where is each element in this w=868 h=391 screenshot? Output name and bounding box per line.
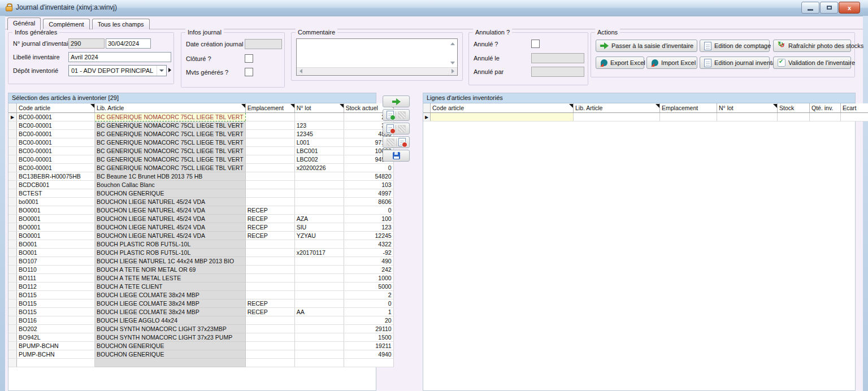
cell-empl[interactable] xyxy=(245,138,294,147)
cell-lot[interactable]: SIU xyxy=(294,223,344,232)
cell-empl[interactable] xyxy=(245,130,294,138)
scroll-right-icon[interactable] xyxy=(452,69,454,73)
cell-empl[interactable]: RECEP xyxy=(245,215,294,223)
cell-lib[interactable]: BOUCH A TETE METAL LESTE xyxy=(95,274,246,283)
table-row[interactable]: BO116BOUCH LIEGE AGGLO 44x2420 xyxy=(8,316,393,325)
cell-code[interactable]: BO0001 xyxy=(17,232,95,240)
cell-code[interactable]: BO115 xyxy=(17,299,95,308)
cell-empl[interactable] xyxy=(245,164,294,172)
cell-lib[interactable]: BOUCH LIEGE COLMATE 38x24 MBP xyxy=(95,299,246,308)
table-row[interactable]: BC00-00001BC GENERIQUE NOMACORC 75CL LIE… xyxy=(8,138,393,147)
comment-textarea[interactable] xyxy=(296,38,458,76)
table-row[interactable]: BO115BOUCH LIEGE COLMATE 38x24 MBPRECEP0 xyxy=(8,299,393,308)
cell-stock[interactable]: -92 xyxy=(344,249,393,257)
cell-code[interactable]: BC00-00001 xyxy=(17,147,95,155)
table-row[interactable]: ▶BC00-00001BC GENERIQUE NOMACORC 75CL LI… xyxy=(8,113,393,121)
mvts-checkbox[interactable] xyxy=(245,68,253,76)
row-selector[interactable]: ▶ xyxy=(8,113,17,121)
row-selector[interactable] xyxy=(8,189,17,198)
cell-lib[interactable]: BOUCHON LIEGE NATUREL 45/24 VDA xyxy=(95,223,246,232)
cell-lot[interactable] xyxy=(294,350,344,359)
table-row[interactable]: BC00-00001BC GENERIQUE NOMACORC 75CL LIE… xyxy=(8,130,393,138)
cell-stock[interactable]: 0 xyxy=(344,206,393,215)
cell-stock[interactable]: 4940 xyxy=(344,350,393,359)
cell-code[interactable]: BC13BEBR-H00075HB xyxy=(17,172,95,181)
cell-lib[interactable]: BOUCH A TETE NOIR METAL OR 69 xyxy=(95,266,246,274)
table-row[interactable]: BC00-00001BC GENERIQUE NOMACORC 75CL LIE… xyxy=(8,164,393,172)
cell-empl[interactable]: RECEP xyxy=(245,223,294,232)
cell-empl[interactable] xyxy=(245,257,294,266)
cell-lib[interactable]: BOUCHON LIEGE NATUREL 45/24 VDA xyxy=(95,198,246,206)
export-excel-button[interactable]: Export Excel xyxy=(596,57,644,69)
cell-stock[interactable]: 5000 xyxy=(344,283,393,291)
cell-lot[interactable] xyxy=(294,257,344,266)
table-row[interactable]: BO111BOUCH A TETE METAL LESTE1000 xyxy=(8,274,393,283)
cloture-checkbox[interactable] xyxy=(245,54,253,63)
cell-empl[interactable] xyxy=(245,291,294,299)
row-selector[interactable] xyxy=(8,316,17,325)
table-row[interactable]: BC00-00001BC GENERIQUE NOMACORC 75CL LIE… xyxy=(8,147,393,155)
table-row[interactable]: BCDCB001Bouchon Callac Blanc103 xyxy=(8,181,393,189)
cell-stock[interactable]: 0 xyxy=(344,299,393,308)
cell-code[interactable]: BO202 xyxy=(17,325,95,333)
table-row[interactable]: BO0001BOUCHON LIEGE NATUREL 45/24 VDAREC… xyxy=(8,223,393,232)
cell-code[interactable]: BC00-00001 xyxy=(17,164,95,172)
cell-lot[interactable] xyxy=(294,206,344,215)
table-row[interactable]: ▶ xyxy=(423,113,868,121)
column-header-lot[interactable]: N° lot xyxy=(717,103,778,113)
cell-code[interactable]: BC00-00001 xyxy=(17,130,95,138)
cell-lib[interactable]: BC GENERIQUE NOMACORC 75CL LIEGE TBL VER… xyxy=(95,147,246,155)
cell-lib[interactable]: BC Beaune 1C Brunet HDB 2013 75 HB xyxy=(95,172,246,181)
cell-lot[interactable]: 12345 xyxy=(294,130,344,138)
cell-lib[interactable]: BOUCH A TETE CLIENT xyxy=(95,283,246,291)
edition-journal-button[interactable]: Edition journal inventaire xyxy=(700,57,770,69)
cell-lib[interactable]: BOUCHON LIEGE NATUREL 45/24 VDA xyxy=(95,206,246,215)
cell-lot[interactable]: AA xyxy=(294,308,344,316)
row-selector[interactable] xyxy=(8,291,17,299)
cell-lot[interactable] xyxy=(294,266,344,274)
cell-code[interactable]: BO0001 xyxy=(17,215,95,223)
cell-code[interactable]: BC00-00001 xyxy=(17,138,95,147)
cell-code[interactable]: BC00-00001 xyxy=(17,155,95,164)
table-row[interactable]: BCTESTBOUCHON GENERIQUE4997 xyxy=(8,189,393,198)
cell-lot[interactable] xyxy=(294,316,344,325)
cell-ecart[interactable] xyxy=(841,113,868,121)
cell-lib[interactable]: BC GENERIQUE NOMACORC 75CL LIEGE TBL VER… xyxy=(95,138,246,147)
row-selector[interactable] xyxy=(8,266,17,274)
cell-qte[interactable] xyxy=(810,113,841,121)
cell-lib[interactable]: BC GENERIQUE NOMACORC 75CL LIEGE TBL VER… xyxy=(95,121,246,130)
cell-empl[interactable] xyxy=(245,249,294,257)
cell-stock[interactable]: 20 xyxy=(344,316,393,325)
cell-empl[interactable]: RECEP xyxy=(245,206,294,215)
copy-checked-lines-button[interactable] xyxy=(383,109,410,121)
table-row[interactable]: BO0001BOUCHON LIEGE NATUREL 45/24 VDAREC… xyxy=(8,232,393,240)
cell-lot[interactable] xyxy=(294,172,344,181)
cell-code[interactable]: BC00-00001 xyxy=(17,121,95,130)
cell-empl[interactable] xyxy=(245,333,294,342)
table-row[interactable]: BO942LBOUCH SYNTH NOMACORC LIGHT 37x23 P… xyxy=(8,333,393,342)
table-row[interactable]: PUMP-BCHNBOUCHON GENERIQUE4940 xyxy=(8,350,393,359)
row-selector[interactable] xyxy=(8,359,17,367)
cell-lot[interactable] xyxy=(294,189,344,198)
row-selector[interactable] xyxy=(8,130,17,138)
tab-tous-les-champs[interactable]: Tous les champs xyxy=(92,19,150,29)
cell-stock[interactable]: 12245 xyxy=(344,232,393,240)
cell-empl[interactable] xyxy=(245,172,294,181)
cell-stock[interactable]: 54820 xyxy=(344,172,393,181)
cell-empl[interactable] xyxy=(245,189,294,198)
row-selector[interactable] xyxy=(8,240,17,249)
cell-lot[interactable]: x20200226 xyxy=(294,164,344,172)
cell-empl[interactable] xyxy=(245,155,294,164)
row-selector[interactable] xyxy=(8,206,17,215)
column-header-stock[interactable]: Stock xyxy=(778,103,810,113)
cell-lot[interactable] xyxy=(294,283,344,291)
cell-empl[interactable] xyxy=(245,198,294,206)
close-button[interactable]: x xyxy=(839,2,860,14)
send-to-inventory-button[interactable] xyxy=(383,95,410,107)
row-selector[interactable] xyxy=(8,181,17,189)
column-header-qte[interactable]: Qté. inv. xyxy=(810,103,841,113)
cell-lib[interactable]: BC GENERIQUE NOMACORC 75CL LIEGE TBL VER… xyxy=(95,113,246,121)
cell-lib[interactable]: BOUCHON GENERIQUE xyxy=(95,189,246,198)
cell-lot[interactable] xyxy=(294,325,344,333)
cell-stock[interactable]: 103 xyxy=(344,181,393,189)
